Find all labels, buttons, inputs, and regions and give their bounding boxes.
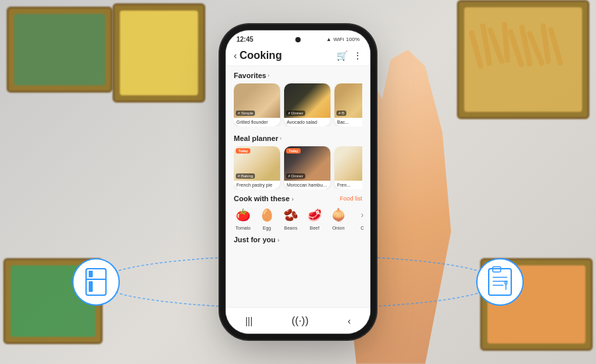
pasta-decoration: [467, 17, 573, 109]
favorites-header: Favorites ›: [234, 71, 362, 79]
meal-planner-arrow[interactable]: ›: [279, 135, 281, 142]
card-image-grilled: # Simple: [234, 83, 280, 118]
onion-label: Onion: [332, 226, 345, 230]
favorites-arrow[interactable]: ›: [268, 72, 270, 79]
ingredient-beef[interactable]: 🥩 Beef: [305, 206, 324, 230]
nav-back-icon[interactable]: ‹: [348, 316, 351, 326]
card-image-french: Today # Baking: [234, 146, 280, 181]
header-left: ‹ Cooking: [234, 50, 282, 62]
wifi-status-icon: WiFi: [334, 36, 344, 42]
card-tag-french: # Baking: [236, 173, 255, 179]
meal-planner-cards-row: Today # Baking French pastry pie Today #…: [234, 146, 362, 189]
cook-with-these-section: Cook with these › Food list 🍅 Tomato 🥚 E…: [226, 192, 370, 233]
card-tag-avocado: # Dinner: [286, 111, 305, 116]
app-title: Cooking: [240, 50, 282, 62]
meal-planner-header: Meal planner ›: [234, 134, 362, 142]
ingredient-onion[interactable]: 🧅 Onion: [329, 206, 348, 230]
meal-planner-section: Meal planner › Today # Baking French pas…: [226, 129, 370, 192]
beef-icon: 🥩: [305, 206, 324, 224]
card-image-moroccan: Today # Dinner: [284, 146, 330, 181]
phone-wrapper: 12:45 ▲ WiFi 100% ‹ Cooking 🛒 ⋮: [225, 30, 371, 334]
app-header: ‹ Cooking 🛒 ⋮: [226, 46, 370, 66]
recipe-card-fren2[interactable]: Fren...: [334, 146, 362, 189]
egg-icon: 🥚: [258, 206, 276, 224]
tomato-label: Tomato: [236, 226, 251, 230]
ingredient-header: Cook with these › Food list: [234, 195, 362, 203]
status-icons: ▲ WiFi 100%: [326, 36, 360, 42]
crate-carrots: [480, 258, 593, 351]
card-tag-bac: # B: [336, 111, 346, 116]
card-name-fren2: Fren...: [334, 181, 362, 189]
card-name-moroccan: Moroccan hamburger steak: [284, 181, 330, 189]
card-image-bac: # B: [334, 83, 362, 118]
tomato-icon: 🍅: [234, 206, 252, 224]
card-name-bac: Bac...: [334, 118, 362, 126]
recipe-card-moroccan[interactable]: Today # Dinner Moroccan hamburger steak: [284, 146, 330, 189]
just-for-you-section: Just for you ›: [226, 233, 370, 245]
more-food-label: C: [360, 226, 364, 230]
more-icon[interactable]: ⋮: [353, 50, 362, 61]
svg-rect-0: [468, 30, 483, 69]
header-right: 🛒 ⋮: [336, 50, 362, 61]
favorites-section: Favorites › # Simple Grilled flounder # …: [226, 66, 370, 129]
ingredient-egg[interactable]: 🥚 Egg: [258, 206, 276, 230]
just-for-you-title: Just for you: [234, 236, 275, 244]
beef-label: Beef: [310, 226, 319, 230]
card-tag-grilled: # Simple: [236, 111, 255, 116]
bottom-nav: ||| ((·)) ‹: [226, 307, 370, 334]
card-image-fren2: [334, 146, 362, 181]
beans-label: Beans: [284, 226, 297, 230]
recipe-card-grilled[interactable]: # Simple Grilled flounder: [234, 83, 280, 126]
onion-icon: 🧅: [329, 206, 348, 224]
meal-planner-title: Meal planner: [234, 134, 278, 142]
status-time: 12:45: [236, 36, 254, 43]
phone: 12:45 ▲ WiFi 100% ‹ Cooking 🛒 ⋮: [225, 30, 371, 334]
favorites-title: Favorites: [234, 71, 266, 79]
cart-icon[interactable]: 🛒: [336, 50, 348, 61]
more-food-icon: ›: [353, 206, 370, 224]
crate-yellow-fruit: [113, 3, 205, 103]
today-badge-moroccan: Today: [286, 148, 301, 154]
recipe-card-avocado[interactable]: # Dinner Avocado salad: [284, 83, 330, 126]
app-content: Favorites › # Simple Grilled flounder # …: [226, 66, 370, 316]
ingredient-tomato[interactable]: 🍅 Tomato: [234, 206, 252, 230]
card-name-grilled: Grilled flounder: [234, 118, 280, 126]
ingredient-more[interactable]: › C: [353, 206, 370, 230]
nav-wifi-icon[interactable]: ((·)): [291, 315, 309, 327]
egg-label: Egg: [263, 226, 271, 230]
battery-icon: 100%: [346, 36, 360, 42]
food-list-link[interactable]: Food list: [340, 195, 362, 202]
crate-greens: [3, 258, 103, 344]
status-bar: 12:45 ▲ WiFi 100%: [226, 30, 370, 46]
signal-icon: ▲: [326, 36, 332, 42]
card-tag-moroccan: # Dinner: [286, 173, 305, 179]
beans-icon: 🫘: [281, 206, 300, 224]
card-image-avocado: # Dinner: [284, 83, 330, 118]
nav-home-icon[interactable]: |||: [245, 316, 252, 326]
card-name-avocado: Avocado salad: [284, 118, 330, 126]
card-name-french: French pastry pie: [234, 181, 280, 189]
back-button[interactable]: ‹: [234, 50, 237, 61]
cook-with-these-title: Cook with these ›: [234, 195, 293, 203]
today-badge-french: Today: [236, 148, 250, 154]
ingredient-beans[interactable]: 🫘 Beans: [281, 206, 300, 230]
ingredients-row: 🍅 Tomato 🥚 Egg 🫘 Beans 🥩 Beef: [234, 206, 362, 230]
favorites-cards-row: # Simple Grilled flounder # Dinner Avoca…: [234, 83, 362, 126]
recipe-card-bac[interactable]: # B Bac...: [334, 83, 362, 126]
crate-green-beans: [7, 7, 113, 93]
recipe-card-french[interactable]: Today # Baking French pastry pie: [234, 146, 280, 189]
